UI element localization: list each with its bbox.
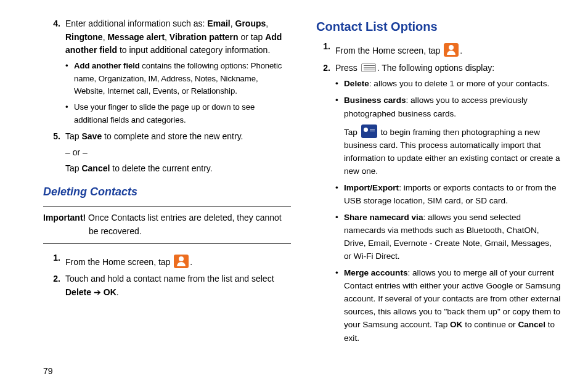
bullet-add-another-field: Add another field contains the following… <box>65 60 291 97</box>
step-4: 4. Enter additional information such as:… <box>43 17 291 126</box>
contacts-icon <box>174 255 189 268</box>
list-number: 2. <box>43 272 60 286</box>
heading-contact-list-options: Contact List Options <box>316 17 561 36</box>
list-number: 5. <box>43 130 60 144</box>
list-number: 1. <box>313 40 330 54</box>
label-ok: OK <box>104 287 116 297</box>
or-separator: – or – <box>65 146 291 160</box>
important-label: Important! <box>43 213 86 223</box>
list-number: 1. <box>43 251 60 265</box>
option-step-2: 2. Press . The following options display… <box>313 62 561 345</box>
label-cancel: Cancel <box>518 320 545 329</box>
label-delete: Delete <box>65 287 91 297</box>
option-step-1: 1. From the Home screen, tap . <box>313 40 561 58</box>
right-column: Contact List Options 1. From the Home sc… <box>313 17 561 380</box>
heading-deleting-contacts: Deleting Contacts <box>43 184 291 201</box>
label-email: Email <box>207 18 230 28</box>
contacts-icon <box>444 43 459 57</box>
step-5: 5. Tap Save to complete and store the ne… <box>43 130 291 175</box>
business-card-icon <box>361 125 377 138</box>
option-share-namecard: Share namecard via: allows you send sele… <box>335 211 561 263</box>
left-column: 4. Enter additional information such as:… <box>43 17 291 380</box>
label-ringtone: Ringtone <box>65 32 103 42</box>
body-text: Enter additional information such as: <box>65 18 207 28</box>
option-merge-accounts: Merge accounts: allows you to merge all … <box>335 266 561 344</box>
body-text: Tap Cancel to delete the current entry. <box>65 162 291 176</box>
delete-step-2: 2. Touch and hold a contact name from th… <box>43 272 291 299</box>
delete-step-1: 1. From the Home screen, tap . <box>43 251 291 269</box>
option-import-export: Import/Export: imports or exports contac… <box>335 181 561 207</box>
option-business-cards: Business cards: allows you to access pre… <box>335 94 561 177</box>
option-delete: Delete: allows you to delete 1 or more o… <box>335 77 561 90</box>
list-number: 2. <box>313 62 330 75</box>
label-vibration-pattern: Vibration pattern <box>169 32 239 42</box>
menu-icon <box>361 63 376 72</box>
label-message-alert: Message alert <box>107 32 165 42</box>
label-save: Save <box>81 131 102 141</box>
bullet-finger-slide: Use your finger to slide the page up or … <box>65 101 291 126</box>
label-ok: OK <box>450 320 462 329</box>
label-cancel: Cancel <box>81 163 110 173</box>
important-callout: Important! Once Contacts list entries ar… <box>43 206 291 243</box>
label-groups: Groups <box>235 18 266 28</box>
page-number: 79 <box>43 366 53 376</box>
list-number: 4. <box>43 17 60 31</box>
